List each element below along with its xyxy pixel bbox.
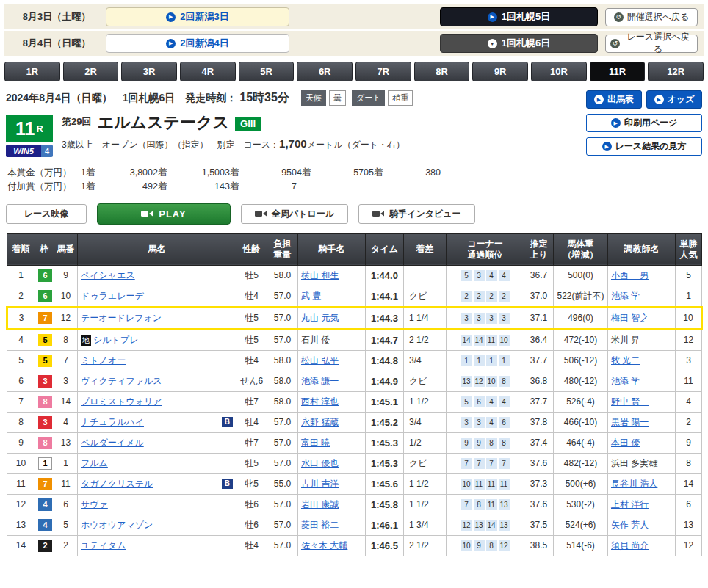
date-row: 8月3日（土曜）▶2回新潟3日▶1回札幌5日↺開催選択へ戻る bbox=[4, 4, 704, 29]
race-tab-11r[interactable]: 11R bbox=[590, 62, 646, 81]
horse-name-link[interactable]: プロミストウォリア bbox=[81, 396, 162, 407]
horse-name-link[interactable]: ユティタム bbox=[81, 540, 126, 551]
horse-cell: 地シルトプレ bbox=[78, 329, 236, 350]
trainer-name[interactable]: 梅田 智之 bbox=[611, 313, 649, 323]
results-guide-button[interactable]: ▶ レース結果の見方 bbox=[586, 137, 702, 156]
trainer-name[interactable]: 須貝 尚介 bbox=[611, 540, 649, 551]
horse-cell: プロミストウォリア bbox=[78, 391, 236, 412]
corner-order: 14141110 bbox=[447, 329, 524, 350]
corner-position: 12 bbox=[474, 376, 485, 387]
horse-name-link[interactable]: ミトノオー bbox=[81, 355, 126, 366]
entries-button[interactable]: ▶ 出馬表 bbox=[586, 90, 642, 109]
margin: 1 1/2 bbox=[404, 473, 447, 494]
result-row: 3712テーオードレフォン牡557.0丸山 元気1:44.31 1/433333… bbox=[7, 307, 702, 329]
carried-weight: 57.0 bbox=[267, 286, 298, 307]
horse-name-link[interactable]: ヴィクティファルス bbox=[81, 376, 162, 386]
race-name: エルムステークス bbox=[97, 115, 229, 131]
last-3f: 38.5 bbox=[524, 535, 554, 556]
column-header: 馬体重 （増減） bbox=[554, 233, 608, 265]
corner-position: 3 bbox=[474, 313, 485, 324]
carried-weight: 57.0 bbox=[267, 494, 298, 515]
sex-age: 牡5 bbox=[236, 265, 267, 286]
horse-name-link[interactable]: ホウオウアマゾン bbox=[81, 520, 153, 530]
jockey-name[interactable]: 丸山 元気 bbox=[301, 313, 339, 323]
trainer-name[interactable]: 野中 賢二 bbox=[611, 396, 649, 407]
trainer-name[interactable]: 長谷川 浩大 bbox=[611, 479, 657, 489]
jockey-name[interactable]: 富田 暁 bbox=[301, 438, 330, 448]
horse-name-link[interactable]: テーオードレフォン bbox=[81, 313, 162, 323]
race-tab-3r[interactable]: 3R bbox=[121, 62, 177, 81]
jockey-name[interactable]: 菱田 裕二 bbox=[301, 520, 339, 530]
meeting-button[interactable]: ▶2回新潟3日 bbox=[106, 7, 289, 26]
jockey-name[interactable]: 佐々木 大輔 bbox=[301, 540, 347, 551]
trainer-name[interactable]: 上村 洋行 bbox=[611, 499, 649, 509]
jockey-interview-button[interactable]: 騎手インタビュー bbox=[358, 204, 474, 224]
corner-order: 2222 bbox=[447, 286, 524, 307]
trainer-name[interactable]: 小西 一男 bbox=[611, 270, 649, 280]
results-table: 着順枠馬番馬名性齢負担 重量騎手名タイム着差コーナー 通過順位推定 上り馬体重 … bbox=[6, 233, 703, 556]
trainer-name[interactable]: 矢作 芳人 bbox=[611, 520, 649, 530]
race-number-badge: 11R bbox=[6, 115, 53, 142]
race-video-button[interactable]: レース映像 bbox=[6, 204, 87, 224]
horse-name-link[interactable]: ペイシャエス bbox=[81, 270, 135, 280]
meeting-button[interactable]: ▶1回札幌5日 bbox=[440, 7, 598, 26]
sex-age: 牡5 bbox=[236, 307, 267, 329]
jockey-name[interactable]: 水口 優也 bbox=[301, 458, 339, 468]
corner-position: 8 bbox=[499, 438, 510, 449]
date-row: 8月4日（日曜）▶2回新潟4日▼1回札幌6日↺レース選択へ戻る bbox=[4, 31, 704, 56]
jockey-name[interactable]: 松山 弘平 bbox=[301, 355, 339, 366]
race-tab-4r[interactable]: 4R bbox=[180, 62, 236, 81]
chevron-right-icon: ▶ bbox=[611, 118, 621, 128]
finish-time: 1:45.6 bbox=[366, 473, 404, 494]
race-tab-8r[interactable]: 8R bbox=[414, 62, 470, 81]
jockey-name[interactable]: 永野 猛蔵 bbox=[301, 417, 339, 427]
corner-position: 8 bbox=[499, 376, 510, 387]
jockey-name[interactable]: 池添 謙一 bbox=[301, 376, 339, 386]
horse-name-link[interactable]: サヴァ bbox=[81, 499, 108, 509]
race-tab-7r[interactable]: 7R bbox=[355, 62, 411, 81]
jockey-name[interactable]: 古川 吉洋 bbox=[301, 479, 339, 489]
trainer-name[interactable]: 池添 学 bbox=[611, 291, 640, 301]
race-tab-1r[interactable]: 1R bbox=[4, 62, 60, 81]
horse-name-link[interactable]: ナチュラルハイ bbox=[81, 417, 144, 427]
trainer-name[interactable]: 黒岩 陽一 bbox=[611, 417, 649, 427]
race-tab-5r[interactable]: 5R bbox=[239, 62, 295, 81]
trainer-name[interactable]: 本田 優 bbox=[611, 438, 640, 448]
jockey-name[interactable]: 西村 淳也 bbox=[301, 396, 339, 407]
result-row: 169ペイシャエス牡558.0横山 和生1:44.0534436.7500(0)… bbox=[7, 265, 702, 286]
play-button[interactable]: PLAY bbox=[97, 203, 231, 225]
horse-number: 1 bbox=[54, 453, 78, 473]
race-tab-9r[interactable]: 9R bbox=[472, 62, 528, 81]
jockey-name[interactable]: 横山 和生 bbox=[301, 270, 339, 280]
carried-weight: 58.0 bbox=[267, 391, 298, 412]
corner-position: 7 bbox=[461, 499, 472, 510]
horse-name-link[interactable]: フルム bbox=[81, 458, 108, 468]
horse-number: 9 bbox=[54, 265, 78, 286]
corner-position: 13 bbox=[499, 520, 510, 531]
race-tab-10r[interactable]: 10R bbox=[531, 62, 587, 81]
jockey-name[interactable]: 岩田 康誠 bbox=[301, 499, 339, 509]
horse-name-link[interactable]: ドゥラエレーデ bbox=[81, 291, 144, 301]
prize-item: 3着7 bbox=[225, 180, 297, 194]
race-tab-2r[interactable]: 2R bbox=[63, 62, 119, 81]
meeting-button[interactable]: ▶2回新潟4日 bbox=[106, 34, 289, 53]
carried-weight: 57.0 bbox=[267, 329, 298, 350]
trainer-name[interactable]: 牧 光二 bbox=[611, 355, 640, 366]
back-button[interactable]: ↺開催選択へ戻る bbox=[605, 8, 698, 26]
trainer-name[interactable]: 池添 学 bbox=[611, 376, 640, 386]
race-tab-6r[interactable]: 6R bbox=[297, 62, 353, 81]
trainer-name: 米川 昇 bbox=[611, 335, 640, 345]
print-page-button[interactable]: ▶ 印刷用ページ bbox=[586, 114, 702, 132]
race-tab-12r[interactable]: 12R bbox=[648, 62, 704, 81]
meeting-button[interactable]: ▼1回札幌6日 bbox=[440, 34, 598, 53]
horse-name-link[interactable]: シルトプレ bbox=[93, 335, 138, 345]
patrol-video-button[interactable]: 全周パトロール bbox=[241, 204, 348, 224]
column-header: 枠 bbox=[35, 233, 54, 265]
back-button[interactable]: ↺レース選択へ戻る bbox=[605, 35, 698, 53]
carried-weight: 57.0 bbox=[267, 453, 298, 473]
jockey-name[interactable]: 武 豊 bbox=[301, 291, 321, 301]
horse-name-link[interactable]: タガノクリステル bbox=[81, 479, 153, 489]
horse-name-link[interactable]: ペルダーイメル bbox=[81, 438, 144, 448]
jockey-cell: 丸山 元気 bbox=[298, 307, 366, 329]
odds-button[interactable]: ▶ オッズ bbox=[646, 90, 702, 109]
